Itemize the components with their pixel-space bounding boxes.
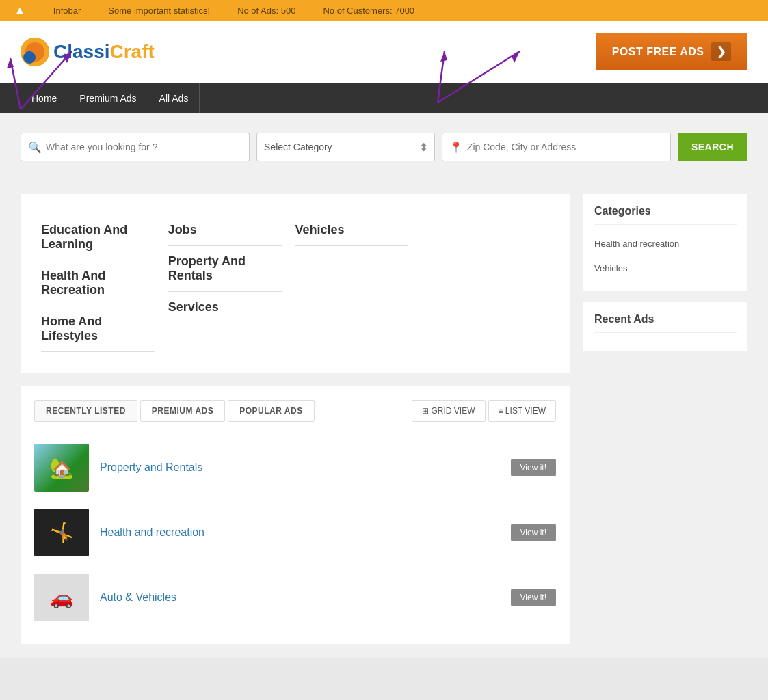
ad-title-health[interactable]: Health and recreation [100, 526, 204, 538]
infobar-ads-count: No of Ads: 500 [237, 5, 295, 16]
tab-premium-ads[interactable]: PREMIUM ADS [140, 400, 225, 422]
infobar-label: Infobar [53, 5, 81, 16]
sidebar-item-health[interactable]: Health and recreation [594, 232, 737, 256]
main-content: Education And Learning Health And Recrea… [0, 180, 768, 658]
logo-text: ClassiCraft [53, 41, 155, 63]
post-free-ads-arrow: ❯ [711, 42, 732, 61]
header: ClassiCraft POST FREE ADS ❯ [0, 21, 768, 83]
svg-marker-5 [440, 51, 447, 62]
view-it-property-button[interactable]: View it! [511, 459, 556, 476]
view-it-vehicles-button[interactable]: View it! [511, 589, 556, 606]
nav-all-ads[interactable]: All Ads [148, 83, 200, 113]
category-home[interactable]: Home And Lifestyles [41, 306, 155, 352]
search-icon: 🔍 [28, 141, 42, 154]
category-jobs[interactable]: Jobs [168, 215, 282, 246]
ads-section: RECENTLY LISTED PREMIUM ADS POPULAR ADS … [21, 386, 570, 644]
category-property[interactable]: Property And Rentals [168, 246, 282, 292]
zip-input-wrap: 📍 [442, 133, 671, 161]
category-services[interactable]: Services [168, 292, 282, 323]
view-it-health-button[interactable]: View it! [511, 524, 556, 541]
ad-thumb-vehicles [34, 574, 89, 621]
ad-thumb-property [34, 444, 89, 492]
svg-point-9 [25, 42, 44, 62]
nav-bar: Home Premium Ads All Ads [0, 83, 768, 113]
svg-marker-7 [512, 51, 520, 63]
ad-info-property: Property and Rentals [100, 461, 500, 474]
view-toggle-buttons: ⊞ GRID VIEW ≡ LIST VIEW [412, 400, 556, 422]
list-view-button[interactable]: ≡ LIST VIEW [488, 400, 556, 422]
sidebar: Categories Health and recreation Vehicle… [583, 194, 747, 644]
category-select-wrap: Select Category Education And Learning H… [256, 133, 435, 161]
logo-icon [21, 38, 49, 66]
category-column-3: Vehicles [295, 215, 423, 352]
infobar-customers-count: No of Customers: 7000 [323, 5, 414, 16]
category-column-1: Education And Learning Health And Recrea… [41, 215, 168, 352]
categories-grid: Education And Learning Health And Recrea… [21, 194, 570, 373]
search-bar: 🔍 Select Category Education And Learning… [0, 113, 768, 180]
ads-tabs-left: RECENTLY LISTED PREMIUM ADS POPULAR ADS [34, 400, 315, 422]
logo[interactable]: ClassiCraft [21, 38, 155, 66]
post-free-ads-button[interactable]: POST FREE ADS ❯ [596, 33, 747, 70]
content-area: Education And Learning Health And Recrea… [21, 194, 570, 644]
category-education[interactable]: Education And Learning [41, 215, 155, 260]
post-free-ads-label: POST FREE ADS [612, 46, 704, 58]
ad-thumb-health [34, 509, 89, 556]
sidebar-categories-section: Categories Health and recreation Vehicle… [583, 194, 747, 291]
sidebar-categories-title: Categories [594, 205, 737, 225]
sidebar-recent-ads-title: Recent Ads [594, 313, 737, 333]
sidebar-item-vehicles[interactable]: Vehicles [594, 256, 737, 280]
ad-info-vehicles: Auto & Vehicles [100, 591, 500, 604]
svg-marker-1 [7, 58, 14, 68]
ad-item-health: Health and recreation View it! [34, 500, 556, 565]
tab-recently-listed[interactable]: RECENTLY LISTED [34, 400, 137, 422]
tab-popular-ads[interactable]: POPULAR ADS [228, 400, 314, 422]
ad-title-vehicles[interactable]: Auto & Vehicles [100, 591, 176, 603]
category-column-2: Jobs Property And Rentals Services [168, 215, 295, 352]
search-button[interactable]: SEARCH [678, 133, 747, 161]
sidebar-recent-ads-section: Recent Ads [583, 302, 747, 351]
nav-premium-ads[interactable]: Premium Ads [68, 83, 148, 113]
category-vehicles[interactable]: Vehicles [295, 215, 409, 246]
grid-view-button[interactable]: ⊞ GRID VIEW [412, 400, 485, 422]
nav-home[interactable]: Home [21, 83, 68, 113]
keyword-input-wrap: 🔍 [21, 133, 250, 161]
zip-input[interactable] [467, 142, 663, 152]
ad-item-property: Property and Rentals View it! [34, 435, 556, 500]
infobar-stats: Some important statistics! [108, 5, 210, 16]
ad-item-vehicles: Auto & Vehicles View it! [34, 565, 556, 630]
category-select[interactable]: Select Category Education And Learning H… [256, 133, 435, 161]
ad-title-property[interactable]: Property and Rentals [100, 461, 202, 473]
categories-grid-layout: Education And Learning Health And Recrea… [41, 215, 549, 352]
keyword-input[interactable] [46, 142, 242, 152]
svg-point-10 [24, 51, 35, 62]
category-health[interactable]: Health And Recreation [41, 260, 155, 306]
ad-info-health: Health and recreation [100, 526, 500, 539]
category-column-4 [422, 215, 549, 352]
up-arrow-icon: ▲ [14, 3, 26, 18]
ads-tabs-bar: RECENTLY LISTED PREMIUM ADS POPULAR ADS … [34, 400, 556, 422]
infobar: ▲ Infobar Some important statistics! No … [0, 0, 768, 21]
location-icon: 📍 [449, 141, 463, 154]
